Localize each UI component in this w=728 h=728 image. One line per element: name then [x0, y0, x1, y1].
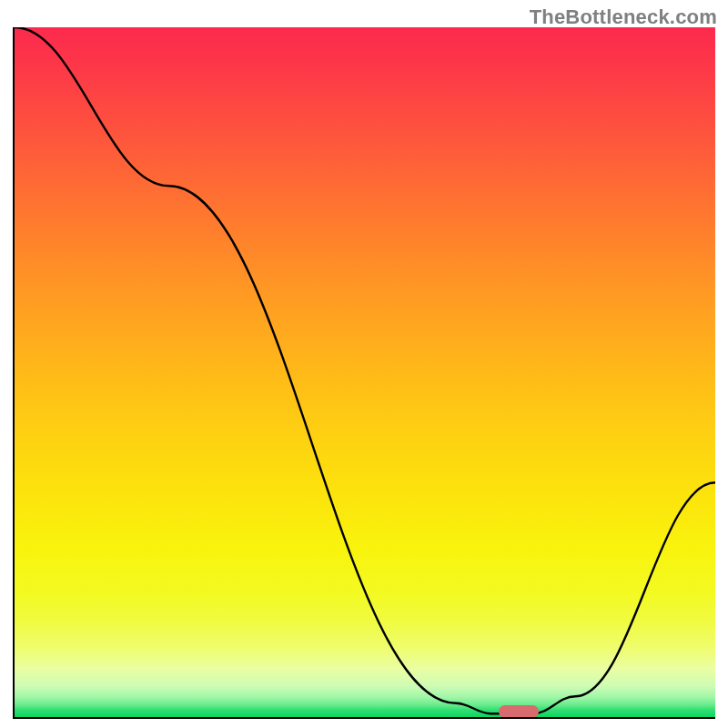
bottleneck-curve — [15, 27, 715, 713]
chart-container: TheBottleneck.com — [0, 0, 728, 728]
plot-area — [15, 27, 715, 717]
optimal-marker — [499, 705, 539, 717]
curve-svg — [15, 27, 715, 717]
watermark-text: TheBottleneck.com — [530, 5, 717, 29]
